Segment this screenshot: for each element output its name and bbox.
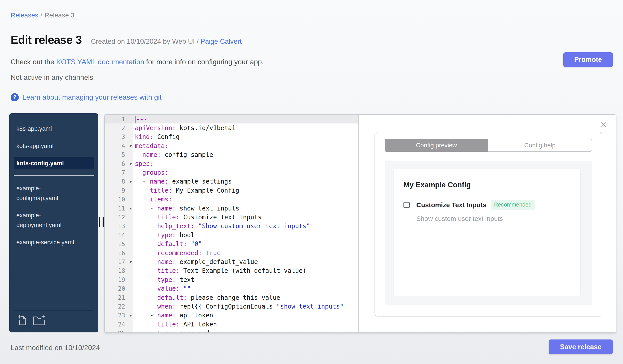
code-line-11[interactable]: 11▾ - name: show_text_inputs [105,204,358,213]
created-author-link[interactable]: Paige Calvert [200,38,242,45]
code-line-21[interactable]: 21 default: please change this value [105,293,358,302]
code-text: spec: [133,159,358,168]
code-text: title: Customize Text Inputs [133,213,358,222]
code-line-16[interactable]: 16 recommended: true [105,248,358,257]
preview-tabs: Config previewConfig help [385,139,592,152]
sidebar-editor-resize-handle[interactable] [99,217,104,227]
line-number: 25 [105,329,133,332]
code-line-12[interactable]: 12 title: Customize Text Inputs [105,213,358,222]
fold-toggle-icon[interactable]: ▾ [130,143,132,148]
code-line-7[interactable]: 7 groups: [105,168,358,177]
code-line-3[interactable]: 3kind: Config [105,133,358,141]
code-line-20[interactable]: 20 value: "" [105,284,358,293]
kots-yaml-docs-link[interactable]: KOTS YAML documentation [56,58,144,66]
code-text: metadata: [133,141,358,150]
code-text: --- [133,115,358,123]
line-number: 19 [105,275,133,284]
page-title: Edit release 3 [11,33,82,46]
config-group-title: My Example Config [403,181,571,189]
line-number: 2 [105,123,133,132]
breadcrumb-releases-link[interactable]: Releases [11,12,38,19]
code-line-10[interactable]: 10 items: [105,195,358,204]
git-releases-link[interactable]: Learn about managing your releases with … [22,93,162,101]
code-text: - name: show_text_inputs [133,204,358,213]
sidebar-divider [14,175,94,176]
line-number: 21 [105,293,133,302]
release-editor-panel: 1---2apiVersion: kots.io/v1beta13kind: C… [104,114,616,333]
code-line-8[interactable]: 8▾ - name: example_settings [105,177,358,186]
fold-toggle-icon[interactable]: ▾ [130,161,132,166]
tab-config-preview[interactable]: Config preview [385,139,488,152]
fold-toggle-icon[interactable]: ▾ [130,179,132,184]
indent-guide [150,302,150,311]
code-line-9[interactable]: 9 title: My Example Config [105,186,358,195]
line-number: 20 [105,284,133,293]
fold-toggle-icon[interactable]: ▾ [130,313,132,318]
code-line-22[interactable]: 22 when: repl{{ ConfigOptionEquals "show… [105,302,358,311]
config-group-card: My Example Config Customize Text Inputs … [394,169,580,296]
file-sidebar: k8s-app.yamlkots-app.yamlkots-config.yam… [9,113,98,332]
code-line-14[interactable]: 14 type: bool [105,231,358,240]
line-number: 23▾ [105,311,133,320]
fold-toggle-icon[interactable]: ▾ [130,259,132,264]
code-text: title: Text Example (with default value) [133,266,358,275]
breadcrumb: Releases/Release 3 [11,12,74,19]
code-line-1[interactable]: 1--- [105,115,358,123]
code-line-23[interactable]: 23▾ - name: api_token [105,311,358,320]
fold-toggle-icon[interactable]: ▾ [130,206,132,211]
code-text: default: "0" [133,240,358,248]
save-release-button[interactable]: Save release [549,340,613,354]
code-text: items: [133,195,358,204]
tab-config-help[interactable]: Config help [488,139,592,152]
indent-guide [150,248,150,257]
text-cursor [135,116,136,122]
indent-guide [150,240,150,248]
code-line-13[interactable]: 13 help_text: "Show custom user text inp… [105,222,358,231]
indent-guide [150,266,150,275]
indent-guide [150,222,150,231]
code-line-17[interactable]: 17▾ - name: example_default_value [105,257,358,266]
line-number: 12 [105,213,133,222]
code-line-5[interactable]: 5 name: config-sample [105,150,358,159]
code-line-4[interactable]: 4▾metadata: [105,141,358,150]
code-line-24[interactable]: 24 title: API token [105,320,358,329]
code-text: name: config-sample [133,150,358,159]
code-line-15[interactable]: 15 default: "0" [105,240,358,248]
sidebar-file-example-configmap.yaml[interactable]: example- configmap.yaml [14,182,94,204]
code-text: - name: example_default_value [133,257,358,266]
code-text: help_text: "Show custom user text inputs… [133,222,358,231]
sidebar-file-example-service.yaml[interactable]: example-service.yaml [14,236,94,248]
line-number: 3 [105,133,133,141]
created-info: Created on 10/10/2024 by Web UI / Paige … [91,38,242,45]
question-mark-icon: ? [11,93,19,101]
sidebar-file-kots-config.yaml[interactable]: kots-config.yaml [14,157,94,169]
config-preview-card: Config previewConfig help My Example Con… [375,132,602,317]
docs-line: Check out the KOTS YAML documentation fo… [11,58,264,66]
close-icon[interactable] [600,121,607,128]
code-text: type: password [133,329,358,332]
code-line-19[interactable]: 19 type: text [105,275,358,284]
promote-button[interactable]: Promote [563,52,613,67]
config-item-help-text: Show custom user text inputs [416,215,571,222]
sidebar-file-kots-app.yaml[interactable]: kots-app.yaml [14,140,94,152]
file-list: k8s-app.yamlkots-app.yamlkots-config.yam… [9,122,98,248]
docs-prefix: Check out the [11,58,56,66]
sidebar-file-k8s-app.yaml[interactable]: k8s-app.yaml [14,122,94,135]
code-text: type: text [133,275,358,284]
code-text: kind: Config [133,133,358,141]
customize-text-inputs-checkbox[interactable] [403,202,410,208]
git-help-line: ? Learn about managing your releases wit… [11,93,162,101]
code-line-18[interactable]: 18 title: Text Example (with default val… [105,266,358,275]
line-number: 8▾ [105,177,133,186]
code-text: type: bool [133,231,358,240]
code-line-25[interactable]: 25 type: password [105,329,358,332]
code-line-6[interactable]: 6▾spec: [105,159,358,168]
code-text: apiVersion: kots.io/v1beta1 [133,123,358,132]
sidebar-file-example-deployment.yaml[interactable]: example- deployment.yaml [14,209,94,231]
breadcrumb-current: Release 3 [44,12,74,19]
code-line-2[interactable]: 2apiVersion: kots.io/v1beta1 [105,123,358,132]
code-text: - name: example_settings [133,177,358,186]
yaml-code-editor[interactable]: 1---2apiVersion: kots.io/v1beta13kind: C… [105,115,358,332]
new-file-icon[interactable] [17,315,27,326]
new-folder-icon[interactable] [33,315,45,326]
